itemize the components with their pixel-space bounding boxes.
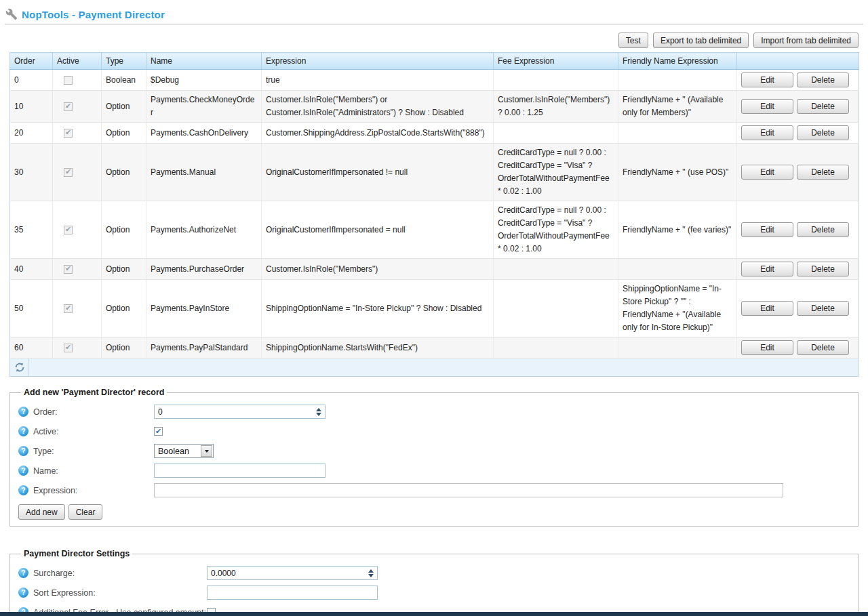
cell-type: Boolean bbox=[102, 70, 146, 91]
refresh-button[interactable] bbox=[10, 358, 29, 376]
cell-fee-expression: CreditCardType = null ? 0.00 : CreditCar… bbox=[494, 201, 618, 259]
cell-fee-expression bbox=[494, 123, 618, 144]
type-select[interactable]: Boolean bbox=[154, 444, 214, 458]
cell-friendly-name-expression: FriendlyName + " (Available only for Mem… bbox=[618, 91, 737, 123]
cell-active bbox=[53, 91, 102, 123]
add-record-fieldset: Add new 'Payment Director' record ? Orde… bbox=[9, 388, 859, 527]
edit-button[interactable]: Edit bbox=[741, 165, 793, 180]
spin-down-icon[interactable] bbox=[316, 413, 321, 416]
order-label: Order: bbox=[33, 407, 57, 417]
sort-expression-input[interactable] bbox=[207, 586, 378, 600]
cell-actions: EditDelete bbox=[737, 123, 859, 144]
edit-button[interactable]: Edit bbox=[741, 262, 793, 276]
cell-actions: EditDelete bbox=[737, 70, 859, 91]
edit-button[interactable]: Edit bbox=[741, 222, 793, 237]
delete-button[interactable]: Delete bbox=[797, 262, 849, 276]
chevron-down-icon[interactable] bbox=[201, 445, 212, 457]
active-checkbox bbox=[64, 226, 73, 234]
test-button[interactable]: Test bbox=[618, 33, 648, 48]
cell-type: Option bbox=[102, 201, 146, 259]
delete-button[interactable]: Delete bbox=[797, 165, 849, 180]
delete-button[interactable]: Delete bbox=[797, 73, 849, 87]
bottom-bar bbox=[0, 612, 868, 616]
cell-order: 30 bbox=[10, 144, 53, 201]
help-question-icon[interactable]: ? bbox=[18, 568, 28, 578]
settings-legend: Payment Director Settings bbox=[21, 549, 132, 558]
cell-order: 10 bbox=[10, 91, 53, 123]
table-row: 60 Option Payments.PayPalStandard Shippi… bbox=[10, 337, 859, 358]
column-header-name: Name bbox=[146, 53, 262, 70]
active-label: Active: bbox=[33, 427, 59, 436]
spin-up-icon[interactable] bbox=[316, 408, 321, 411]
wrench-icon bbox=[5, 8, 18, 20]
edit-button[interactable]: Edit bbox=[741, 73, 793, 87]
title-divider bbox=[5, 24, 863, 25]
type-row: ? Type: Boolean bbox=[18, 444, 850, 458]
cell-expression: Customer.IsInRole("Members") bbox=[262, 259, 494, 280]
column-header-friendly-name-expression: Friendly Name Expression bbox=[618, 53, 737, 70]
cell-friendly-name-expression: ShippingOptionName = "In-Store Pickup" ?… bbox=[618, 280, 737, 337]
clear-button[interactable]: Clear bbox=[68, 504, 103, 520]
column-header-fee-expression: Fee Expression bbox=[494, 53, 618, 70]
column-header-expression: Expression bbox=[262, 53, 494, 70]
column-header-actions bbox=[737, 53, 859, 70]
add-new-button[interactable]: Add new bbox=[18, 504, 65, 520]
surcharge-row: ? Surcharge: bbox=[18, 566, 850, 580]
help-question-icon[interactable]: ? bbox=[18, 426, 28, 436]
active-checkbox bbox=[64, 168, 73, 177]
cell-expression: true bbox=[262, 70, 494, 91]
edit-button[interactable]: Edit bbox=[741, 125, 793, 140]
cell-order: 50 bbox=[10, 280, 53, 337]
delete-button[interactable]: Delete bbox=[797, 222, 849, 237]
cell-actions: EditDelete bbox=[737, 201, 859, 259]
delete-button[interactable]: Delete bbox=[797, 99, 849, 114]
payment-director-grid: Order Active Type Name Expression Fee Ex… bbox=[9, 52, 859, 358]
expression-input[interactable] bbox=[154, 483, 783, 497]
cell-fee-expression bbox=[494, 70, 618, 91]
edit-button[interactable]: Edit bbox=[741, 340, 793, 355]
expression-row: ? Expression: bbox=[18, 483, 850, 497]
table-row: 10 Option Payments.CheckMoneyOrder Custo… bbox=[10, 91, 859, 123]
column-header-type: Type bbox=[102, 53, 146, 70]
delete-button[interactable]: Delete bbox=[797, 340, 849, 355]
edit-button[interactable]: Edit bbox=[741, 99, 793, 114]
edit-button[interactable]: Edit bbox=[741, 301, 793, 316]
active-checkbox bbox=[64, 265, 73, 274]
help-question-icon[interactable]: ? bbox=[18, 407, 28, 417]
spin-up-icon[interactable] bbox=[368, 569, 374, 573]
cell-type: Option bbox=[102, 280, 146, 337]
cell-order: 0 bbox=[10, 70, 53, 91]
delete-button[interactable]: Delete bbox=[797, 301, 849, 316]
table-row: 40 Option Payments.PurchaseOrder Custome… bbox=[10, 259, 859, 280]
cell-friendly-name-expression bbox=[618, 70, 737, 91]
help-question-icon[interactable]: ? bbox=[18, 485, 28, 495]
cell-expression: OriginalCustomerIfImpersonated = null bbox=[262, 201, 494, 259]
cell-friendly-name-expression bbox=[618, 123, 737, 144]
help-question-icon[interactable]: ? bbox=[18, 466, 28, 476]
import-button[interactable]: Import from tab delimited bbox=[753, 33, 859, 48]
cell-expression: OriginalCustomerIfImpersonated != null bbox=[262, 144, 494, 201]
table-row: 35 Option Payments.AuthorizeNet Original… bbox=[10, 201, 859, 259]
help-question-icon[interactable]: ? bbox=[18, 588, 28, 598]
table-row: 30 Option Payments.Manual OriginalCustom… bbox=[10, 144, 859, 201]
spin-down-icon[interactable] bbox=[368, 574, 374, 577]
surcharge-input[interactable] bbox=[207, 566, 378, 580]
active-checkbox bbox=[64, 304, 73, 313]
cell-type: Option bbox=[102, 91, 146, 123]
help-question-icon[interactable]: ? bbox=[18, 446, 28, 456]
surcharge-label: Surcharge: bbox=[33, 569, 75, 578]
delete-button[interactable]: Delete bbox=[797, 125, 849, 140]
cell-friendly-name-expression: FriendlyName + " (fee varies)" bbox=[618, 201, 737, 259]
cell-name: Payments.PayPalStandard bbox=[146, 337, 262, 358]
cell-active bbox=[53, 201, 102, 259]
table-row: 20 Option Payments.CashOnDelivery Custom… bbox=[10, 123, 859, 144]
order-input[interactable] bbox=[154, 405, 326, 419]
cell-expression: Customer.ShippingAddress.ZipPostalCode.S… bbox=[262, 123, 494, 144]
active-checkbox-input[interactable] bbox=[154, 427, 163, 436]
cell-actions: EditDelete bbox=[737, 337, 859, 358]
type-label: Type: bbox=[33, 447, 54, 456]
export-button[interactable]: Export to tab delimited bbox=[653, 33, 749, 48]
cell-name: Payments.CashOnDelivery bbox=[146, 123, 262, 144]
name-input[interactable] bbox=[154, 464, 326, 478]
grid-header: Order Active Type Name Expression Fee Ex… bbox=[10, 53, 859, 70]
